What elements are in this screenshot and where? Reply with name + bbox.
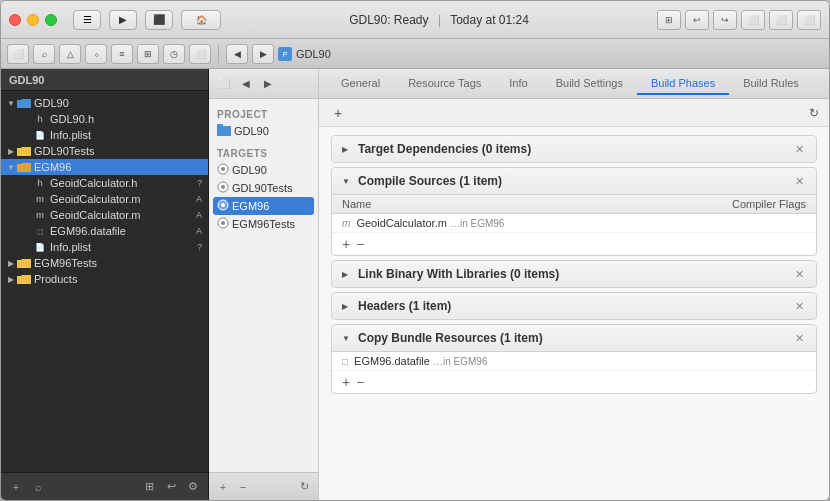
warning-button[interactable]: △ <box>59 44 81 64</box>
history-button[interactable]: ◷ <box>163 44 185 64</box>
remove-resource-button[interactable]: − <box>356 375 364 389</box>
forward-button[interactable]: ↪ <box>713 10 737 30</box>
table-row[interactable]: □ EGM96.datafile …in EGM96 <box>332 352 816 371</box>
remove-target-button[interactable]: − <box>235 480 251 494</box>
tab-info[interactable]: Info <box>495 73 541 95</box>
tree-item-geoidcalc-h[interactable]: h GeoidCalculator.h ? <box>1 175 208 191</box>
tab-build-rules[interactable]: Build Rules <box>729 73 813 95</box>
targets-panel: ⬜ ◀ ▶ PROJECT GDL90 TARGETS <box>209 69 319 500</box>
layout-button[interactable]: ⬜ <box>769 10 793 30</box>
add-resource-button[interactable]: + <box>342 375 350 389</box>
target-gdl90tests[interactable]: GDL90Tests <box>213 179 314 197</box>
sidebar-header: GDL90 <box>1 69 208 91</box>
report-button[interactable]: ⬜ <box>189 44 211 64</box>
folder-icon <box>17 144 31 158</box>
grid-button[interactable]: ⊞ <box>137 44 159 64</box>
file-badge: ? <box>197 242 202 252</box>
tab-bar: General Resource Tags Info Build Setting… <box>319 69 829 99</box>
folder-icon <box>17 256 31 270</box>
flags-cell[interactable] <box>764 352 816 371</box>
tab-build-settings[interactable]: Build Settings <box>542 73 637 95</box>
back-button[interactable]: ↩ <box>685 10 709 30</box>
phase-close-button[interactable]: ✕ <box>793 143 806 156</box>
file-name-cell: □ EGM96.datafile …in EGM96 <box>332 352 764 371</box>
target-label: GDL90Tests <box>232 182 293 194</box>
phase-target-deps: ▶ Target Dependencies (0 items) ✕ <box>331 135 817 163</box>
phase-link-binary: ▶ Link Binary With Libraries (0 items) ✕ <box>331 260 817 288</box>
options-button[interactable]: ⚙ <box>184 479 202 495</box>
panel-refresh-button[interactable]: ↻ <box>296 480 312 494</box>
panel-view-button[interactable]: ⬜ <box>215 76 233 92</box>
tree-item-gdl90h[interactable]: h GDL90.h <box>1 111 208 127</box>
forward-nav-button[interactable]: ▶ <box>252 44 274 64</box>
target-icon <box>217 199 229 213</box>
phase-headers: ▶ Headers (1 item) ✕ <box>331 292 817 320</box>
phase-close-button[interactable]: ✕ <box>793 268 806 281</box>
svg-text:P: P <box>283 51 288 58</box>
target-gdl90[interactable]: GDL90 <box>213 161 314 179</box>
project-item-gdl90[interactable]: GDL90 <box>213 122 314 140</box>
sidebar-toggle-button[interactable]: ☰ <box>73 10 101 30</box>
editor-view-button[interactable]: ⊞ <box>657 10 681 30</box>
phase-close-button[interactable]: ✕ <box>793 300 806 313</box>
m-file-icon: m <box>33 192 47 206</box>
add-target-button[interactable]: + <box>215 480 231 494</box>
split-view-button[interactable]: ⬜ <box>741 10 765 30</box>
tab-resource-tags[interactable]: Resource Tags <box>394 73 495 95</box>
tree-item-geoidcalc-m2[interactable]: m GeoidCalculator.m A <box>1 207 208 223</box>
add-phase-button[interactable]: + <box>329 105 347 121</box>
refresh-button[interactable]: ↻ <box>809 106 819 120</box>
target-egm96[interactable]: EGM96 <box>213 197 314 215</box>
tree-item-geoidcalc-m[interactable]: m GeoidCalculator.m A <box>1 191 208 207</box>
tab-build-phases[interactable]: Build Phases <box>637 73 729 95</box>
view-toggle-button[interactable]: ⊞ <box>140 479 158 495</box>
target-egm96tests[interactable]: EGM96Tests <box>213 215 314 233</box>
flags-cell[interactable] <box>651 214 816 233</box>
phase-link-binary-header[interactable]: ▶ Link Binary With Libraries (0 items) ✕ <box>332 261 816 287</box>
add-source-button[interactable]: + <box>342 237 350 251</box>
tree-item-egm96-datafile[interactable]: ◻ EGM96.datafile A <box>1 223 208 239</box>
breakpoint-button[interactable]: ⬦ <box>85 44 107 64</box>
minimize-button[interactable] <box>27 14 39 26</box>
phase-copy-bundle-header[interactable]: ▼ Copy Bundle Resources (1 item) ✕ <box>332 325 816 352</box>
tree-item-label: GDL90Tests <box>34 145 95 157</box>
tree-item-products[interactable]: ▶ Products <box>1 271 208 287</box>
back-nav-button[interactable]: ◀ <box>226 44 248 64</box>
tree-item-info-plist-gdl90[interactable]: 📄 Info.plist <box>1 127 208 143</box>
scheme-button[interactable]: 🏠 <box>181 10 221 30</box>
history-nav-button[interactable]: ↩ <box>162 479 180 495</box>
run-button[interactable]: ▶ <box>109 10 137 30</box>
file-badge: A <box>196 210 202 220</box>
phase-target-deps-header[interactable]: ▶ Target Dependencies (0 items) ✕ <box>332 136 816 162</box>
stop-button[interactable]: ⬛ <box>145 10 173 30</box>
fullscreen-button[interactable]: ⬜ <box>797 10 821 30</box>
phase-close-button[interactable]: ✕ <box>793 332 806 345</box>
tree-item-gdl90tests[interactable]: ▶ GDL90Tests <box>1 143 208 159</box>
filter-button[interactable]: ⌕ <box>29 479 47 495</box>
table-row[interactable]: m GeoidCalculator.m …in EGM96 <box>332 214 816 233</box>
tree-item-egm96tests[interactable]: ▶ EGM96Tests <box>1 255 208 271</box>
navigator-button[interactable]: ⬜ <box>7 44 29 64</box>
target-label: GDL90 <box>232 164 267 176</box>
project-name: GDL90: Ready <box>349 13 428 27</box>
phase-close-button[interactable]: ✕ <box>793 175 806 188</box>
panel-back-button[interactable]: ◀ <box>237 76 255 92</box>
phase-compile-sources-header[interactable]: ▼ Compile Sources (1 item) ✕ <box>332 168 816 195</box>
tab-general[interactable]: General <box>327 73 394 95</box>
file-type-badge: m <box>342 218 350 229</box>
tree-item-egm96[interactable]: ▼ EGM96 <box>1 159 208 175</box>
sidebar-footer: + ⌕ ⊞ ↩ ⚙ <box>1 472 208 500</box>
maximize-button[interactable] <box>45 14 57 26</box>
remove-source-button[interactable]: − <box>356 237 364 251</box>
add-file-button[interactable]: + <box>7 479 25 495</box>
panel-forward-button[interactable]: ▶ <box>259 76 277 92</box>
phase-copy-bundle-body: □ EGM96.datafile …in EGM96 + <box>332 352 816 393</box>
tree-item-info-plist-egm96[interactable]: 📄 Info.plist ? <box>1 239 208 255</box>
tree-item-gdl90-root[interactable]: ▼ GDL90 <box>1 95 208 111</box>
phase-headers-header[interactable]: ▶ Headers (1 item) ✕ <box>332 293 816 319</box>
list-button[interactable]: ≡ <box>111 44 133 64</box>
search-button[interactable]: ⌕ <box>33 44 55 64</box>
close-button[interactable] <box>9 14 21 26</box>
editor-panel: General Resource Tags Info Build Setting… <box>319 69 829 500</box>
status-bar: GDL90: Ready | Today at 01:24 <box>227 13 651 27</box>
